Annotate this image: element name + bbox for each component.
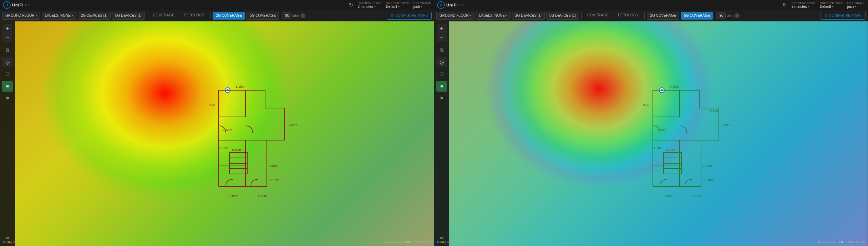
app-name: UniFi <box>12 3 24 7</box>
info-icon-left[interactable]: i <box>300 13 305 18</box>
sidebar-list-left[interactable]: ≡ <box>2 81 13 92</box>
target-icon-right: ◎ <box>440 59 444 65</box>
site-chevron-left: ▾ <box>398 5 400 8</box>
zoom-out-btn-right[interactable]: − <box>437 33 447 42</box>
coverage-2g-btn-left[interactable]: 2G COVERAGE <box>213 12 245 20</box>
sidebar-target-left[interactable]: ◎ <box>2 57 13 67</box>
refresh-value-right[interactable]: 2 minutes ▾ <box>791 5 809 9</box>
toolbar-left: GROUND FLOOR ▾ LABELS: NONE ▾ 2G DEVICES… <box>0 10 434 21</box>
devices-5g-left[interactable]: 5G DEVICES [1] <box>112 12 145 20</box>
list-icon-left: ≡ <box>6 83 9 89</box>
meas-left-upper-right: 3.96 <box>643 103 649 107</box>
dbm-value-left[interactable]: -90 <box>282 12 291 19</box>
tab-coverage-left[interactable]: COVERAGE <box>149 12 178 20</box>
sidebar-list-right[interactable]: ≡ <box>436 81 447 92</box>
unifi-logo-icon: U <box>3 1 11 9</box>
map-area-right[interactable]: + − ⧉ ◎ ⚇ ≡ ⚑ ⇔ <box>434 21 868 246</box>
sidebar-users-left[interactable]: ⚇ <box>2 69 13 80</box>
site-info-right: CURRENT SITE Default ▾ <box>820 1 843 9</box>
dbm-value-right[interactable]: -90 <box>716 12 725 19</box>
sidebar-users-right[interactable]: ⚇ <box>436 69 447 80</box>
target-icon-left: ◎ <box>5 59 10 65</box>
floor-selector-left[interactable]: GROUND FLOOR ▾ <box>2 12 40 20</box>
sidebar-pin-right[interactable]: ⚑ <box>436 93 447 104</box>
user-label-left: USERNAME <box>413 1 431 5</box>
dbm-unit-left: dBm <box>293 14 299 17</box>
site-value-right[interactable]: Default ▾ <box>820 5 834 9</box>
site-value-left[interactable]: Default ▾ <box>386 5 400 9</box>
user-value-right[interactable]: josh ▾ <box>847 5 856 9</box>
info-icon-right[interactable]: i <box>735 13 740 18</box>
meas-left-upper-left: 3.96 <box>209 103 215 107</box>
meas-far-right: 0.10m <box>710 109 719 112</box>
configure-maps-btn-left[interactable]: ⚙ CONFIGURE MAPS <box>387 12 432 20</box>
configure-icon-right: ⚙ <box>824 14 828 17</box>
user-value-left[interactable]: josh ▾ <box>413 5 422 9</box>
meas-right-mid-right: 1.95m <box>722 123 731 127</box>
configure-icon-left: ⚙ <box>391 14 394 17</box>
bottom-bar-left: G o o g l e 1 m Terms of Use <box>0 238 434 246</box>
sidebar-pin-left[interactable]: ⚑ <box>2 93 13 104</box>
meas-right-middle-left: 1.95m <box>288 123 297 127</box>
refresh-value-left[interactable]: 2 minutes ▾ <box>357 5 375 9</box>
topbar-right-right: ↻ REFRESH RATE 2 minutes ▾ CURRENT SITE … <box>783 1 865 9</box>
coverage-5g-btn-left[interactable]: 5G COVERAGE <box>247 12 279 20</box>
sidebar-right: + − ⧉ ◎ ⚇ ≡ ⚑ ⇔ <box>434 21 449 246</box>
logo-right: U UniFi 5.2.9 <box>437 1 467 9</box>
devices-5g-right[interactable]: 5G DEVICES [1] <box>546 12 579 20</box>
floor-chevron-right: ▾ <box>470 14 471 17</box>
refresh-info-left: REFRESH RATE 2 minutes ▾ <box>357 1 381 9</box>
meas-r-label-right: 3.10m <box>705 178 714 182</box>
pin-icon-right: ⚑ <box>440 96 444 101</box>
sidebar-left: + − ⧉ ◎ ⚇ ≡ ⚑ ⇔ <box>0 21 15 246</box>
refresh-icon-left[interactable]: ↻ <box>349 2 353 8</box>
labels-selector-left[interactable]: LABELS: NONE ▾ <box>42 12 76 20</box>
floor-selector-right[interactable]: GROUND FLOOR ▾ <box>436 12 474 20</box>
scale-line-svg-right <box>818 240 836 244</box>
zoom-controls-left: + − <box>2 24 12 42</box>
labels-chevron-left: ▾ <box>72 14 73 17</box>
site-label-right: CURRENT SITE <box>820 1 843 5</box>
sidebar-layers-left[interactable]: ⧉ <box>2 45 13 55</box>
site-info-left: CURRENT SITE Default ▾ <box>386 1 409 9</box>
meas-bottom-right: 2.70m <box>258 194 267 198</box>
map-area-left[interactable]: + − ⧉ ◎ ⚇ ≡ ⚑ ⇔ <box>0 21 434 246</box>
devices-2g-left[interactable]: 2G DEVICES [1] <box>78 12 111 20</box>
tab-topology-left[interactable]: TOPOLOGY <box>179 12 208 20</box>
zoom-in-btn-right[interactable]: + <box>437 24 447 33</box>
floorplan-svg-right: 3.15m 3.96 1.95m 5.50m 1.10m 2.00m 5.10m… <box>614 71 749 206</box>
google-logo-left: G o o g l e <box>3 240 16 244</box>
devices-2g-right[interactable]: 2G DEVICES [1] <box>512 12 545 20</box>
scale-bar-right: 1 m Terms of Use <box>818 240 865 244</box>
user-info-right: USERNAME josh ▾ <box>847 1 865 9</box>
logo-left: U UniFi 5.2.9 <box>3 1 32 9</box>
meas-lower-label2: 2.00m <box>269 164 278 168</box>
coverage-2g-btn-right[interactable]: 2G COVERAGE <box>647 12 679 20</box>
refresh-info-right: REFRESH RATE 2 minutes ▾ <box>791 1 815 9</box>
meas-lower-l1-right: 1.10m <box>654 146 663 150</box>
sidebar-layers-right[interactable]: ⧉ <box>436 45 447 55</box>
refresh-chevron-right: ▾ <box>808 5 809 8</box>
tab-coverage-right[interactable]: COVERAGE <box>584 12 613 20</box>
sidebar-target-right[interactable]: ◎ <box>436 57 447 67</box>
user-label-right: USERNAME <box>847 1 865 5</box>
coverage-5g-btn-right[interactable]: 5G COVERAGE <box>681 12 713 20</box>
labels-selector-right[interactable]: LABELS: NONE ▾ <box>476 12 511 20</box>
terms-right[interactable]: Terms of Use <box>846 240 865 244</box>
zoom-in-btn-left[interactable]: + <box>2 24 12 33</box>
zoom-out-btn-left[interactable]: − <box>2 33 12 42</box>
dbm-unit-right: dBm <box>727 14 734 17</box>
refresh-icon-right[interactable]: ↻ <box>783 2 787 8</box>
terms-left[interactable]: Terms of Use <box>412 240 431 244</box>
floorplan-svg-left: 3.15m 3.96 1.95m 5.50m 1.10m 2.00m 5.10m… <box>179 71 315 206</box>
tab-topology-right[interactable]: TOPOLOGY <box>614 12 642 20</box>
meas-bottom-left: 7.90m <box>229 194 238 198</box>
meas-stair-right: 5.10m <box>666 148 675 152</box>
meas-stair-width: 5.10m <box>232 148 241 152</box>
configure-maps-btn-right[interactable]: ⚙ CONFIGURE MAPS <box>821 12 866 20</box>
users-icon-left: ⚇ <box>5 71 10 77</box>
list-icon-right: ≡ <box>440 83 443 89</box>
users-icon-right: ⚇ <box>440 71 444 77</box>
user-info-left: USERNAME josh ▾ <box>413 1 431 9</box>
meas-right-label: 3.10m <box>270 178 279 182</box>
